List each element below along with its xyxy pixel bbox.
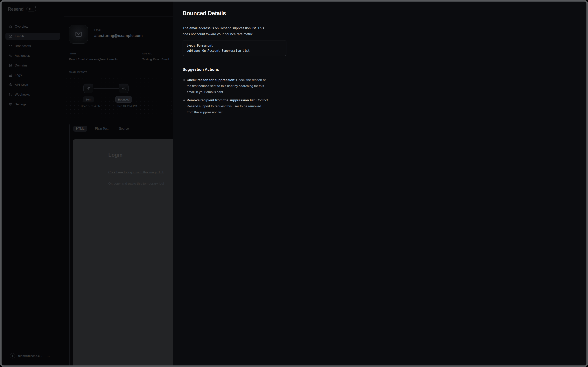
sparkle-icon [34, 5, 37, 9]
bounce-code-block: type: Permanentsubtype: On Account Suppr… [183, 40, 286, 56]
subject-label: SUBJECT [142, 52, 154, 55]
sidebar-item-logs[interactable]: Logs [5, 72, 60, 79]
from-label: FROM [69, 52, 76, 55]
email-address: alan.turing@example.com [94, 33, 143, 38]
from-value: React Email <preview@react.email> [69, 58, 118, 61]
sidebar-item-emails[interactable]: Emails [5, 33, 60, 40]
sidebar-item-api-keys[interactable]: API Keys [5, 81, 60, 88]
suggestion-item: Check reason for suppression: Check the … [183, 77, 288, 95]
sidebar-item-label: Logs [15, 73, 22, 77]
preview-heading: Login [108, 152, 123, 158]
suggestion-bold-lead: Remove recipient from the suppression li… [187, 98, 255, 102]
globe-icon [8, 64, 12, 67]
sidebar-item-broadcasts[interactable]: Broadcasts [5, 42, 60, 49]
window-frame: Resend Pro Overview Emails Broadcasts Au… [0, 0, 294, 184]
alert-triangle-icon [122, 86, 126, 91]
lock-icon [8, 83, 12, 87]
arrows-up-down-icon [8, 93, 12, 96]
panel-description: The email address is on Resend suppressi… [183, 25, 289, 37]
suggestion-list: Check reason for suppression: Check the … [183, 77, 288, 117]
event-node-bounced [119, 83, 128, 93]
sidebar-item-label: Webhooks [15, 93, 30, 96]
sidebar-item-label: Settings [15, 102, 26, 106]
email-type-label: Email [94, 28, 101, 32]
rows-icon [8, 73, 12, 77]
sidebar-item-audiences[interactable]: Audiences [5, 52, 60, 59]
event-timestamp-sent: Dec 13, 2:54 PM [81, 105, 101, 108]
tab-source[interactable]: Source [116, 126, 132, 132]
app-root: Resend Pro Overview Emails Broadcasts Au… [1, 1, 294, 184]
event-pill-bounced[interactable]: Bounced [116, 96, 132, 102]
mail-icon [75, 31, 82, 38]
sliders-icon [8, 102, 12, 106]
bounced-details-panel: Bounced Details The email address is on … [173, 1, 294, 184]
plan-badge: Pro [26, 7, 36, 11]
panel-title: Bounced Details [183, 10, 226, 17]
plan-badge-label: Pro [29, 8, 33, 11]
sidebar-item-webhooks[interactable]: Webhooks [5, 91, 60, 98]
logo-row: Resend Pro [8, 7, 36, 12]
magic-link[interactable]: Click here to log in with this magic lin… [108, 170, 164, 174]
sidebar-item-overview[interactable]: Overview [5, 23, 60, 30]
resend-logo: Resend [8, 7, 24, 12]
tab-html[interactable]: HTML [73, 126, 87, 132]
suggestion-bold-lead: Check reason for suppression [187, 78, 234, 82]
sidebar-item-label: Broadcasts [15, 44, 31, 48]
event-pill-sent[interactable]: Sent [83, 96, 94, 102]
send-icon [86, 86, 90, 91]
home-icon [8, 25, 12, 28]
sidebar-item-label: API Keys [15, 83, 28, 87]
sidebar-item-label: Audiences [15, 54, 30, 58]
preview-footer-text: Or, copy and paste this temporary logi [108, 182, 164, 184]
sidebar-item-label: Overview [15, 25, 28, 28]
suggestion-actions-title: Suggestion Actions [183, 67, 219, 72]
suggestion-item: Remove recipient from the suppression li… [183, 97, 288, 115]
sidebar-item-label: Domains [15, 64, 27, 67]
sidebar-item-settings[interactable]: Settings [5, 101, 60, 108]
users-icon [8, 54, 12, 58]
sidebar: Resend Pro Overview Emails Broadcasts Au… [1, 1, 64, 184]
tab-plain-text[interactable]: Plain Text [92, 126, 111, 132]
mail-icon [8, 34, 12, 38]
event-node-sent [84, 83, 93, 93]
subject-value: Testing React Email [142, 58, 169, 61]
sidebar-item-domains[interactable]: Domains [5, 62, 60, 69]
event-connector-line [93, 88, 119, 89]
sidebar-nav: Overview Emails Broadcasts Audiences Dom… [5, 23, 60, 108]
inbox-icon [8, 44, 12, 48]
sidebar-item-label: Emails [15, 34, 25, 38]
email-icon-card [69, 25, 88, 43]
event-timestamp-bounced: Dec 13, 2:54 PM [118, 105, 137, 108]
email-events-label: EMAIL EVENTS [69, 71, 87, 73]
